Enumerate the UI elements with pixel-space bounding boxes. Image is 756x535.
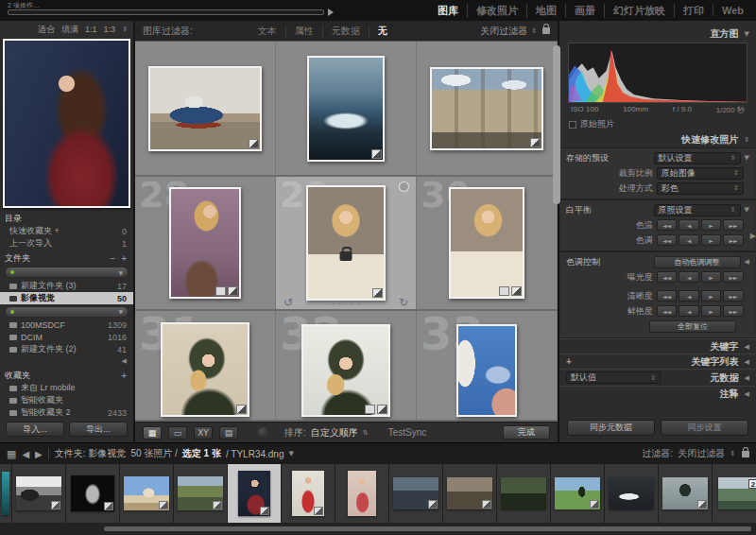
treatment-dropdown[interactable]: 彩色 ⇕	[657, 182, 744, 195]
module-web[interactable]: Web	[713, 5, 752, 16]
filmstrip-thumb-rocks-water[interactable]	[609, 477, 654, 509]
filmstrip-cell[interactable]	[443, 464, 497, 523]
module-library[interactable]: 图库	[429, 4, 467, 18]
filmstrip-cell[interactable]	[0, 464, 12, 523]
done-button[interactable]: 完成	[503, 425, 550, 440]
play-icon[interactable]	[328, 9, 334, 16]
add-folder-icon[interactable]: +	[121, 253, 127, 264]
filmstrip-thumb-mountain[interactable]: 2	[718, 477, 756, 509]
module-print[interactable]: 打印	[674, 4, 713, 18]
zoom-1-1[interactable]: 1:1	[85, 25, 97, 34]
go-forward-icon[interactable]: ▶	[35, 449, 43, 459]
photo-thumbnail-portrait-selected[interactable]	[306, 185, 386, 301]
crop-badge-icon[interactable]	[365, 405, 375, 414]
filmstrip-cell-selected[interactable]	[228, 464, 282, 523]
filmstrip-thumb-hill-tree[interactable]	[555, 477, 600, 509]
photo-thumbnail-building[interactable]	[430, 67, 543, 150]
grid-cell[interactable]: 28	[135, 177, 276, 311]
filmstrip-thumb-woman-pink[interactable]	[348, 471, 376, 516]
photo-thumbnail-hooded[interactable]	[301, 324, 390, 417]
folder-row[interactable]: DCIM 1016	[0, 332, 133, 344]
develop-badge-icon[interactable]	[372, 288, 383, 298]
clarity-decrease-large-button[interactable]: ◄◄	[657, 290, 678, 302]
comments-header[interactable]: 注释 ◀	[559, 386, 756, 401]
filmstrip-thumb-dark-trees[interactable]	[501, 477, 546, 509]
chevron-updown-icon[interactable]: ⇕	[730, 450, 735, 457]
grid-cell[interactable]	[276, 42, 417, 177]
exposure-increase-button[interactable]: ►	[701, 271, 722, 283]
collapse-minus-icon[interactable]: −	[110, 253, 115, 264]
crop-ratio-dropdown[interactable]: 原始图像 ⇕	[657, 167, 744, 180]
histogram[interactable]	[568, 43, 747, 103]
filter-preset-dropdown[interactable]: 关闭过滤器	[480, 25, 527, 38]
filmstrip-cell[interactable]	[497, 464, 551, 523]
filmstrip-scrollbar[interactable]	[104, 526, 751, 531]
photo-thumbnail-hooded[interactable]	[161, 322, 249, 417]
main-window-grid-icon[interactable]: ▦	[7, 448, 16, 460]
breadcrumb-source[interactable]: 文件夹: 影像视觉	[55, 447, 127, 460]
filmstrip-cell[interactable]: 2	[713, 464, 756, 523]
crop-badge-icon[interactable]	[499, 286, 509, 296]
grid-scrollbar[interactable]	[553, 45, 560, 204]
metadata-header[interactable]: 默认值 ⇕ 元数据 ◀	[559, 369, 756, 386]
filmstrip-cell[interactable]	[605, 464, 659, 523]
chevron-updown-icon[interactable]: ⇕	[531, 27, 537, 35]
filmstrip-thumb-partial[interactable]	[2, 472, 9, 515]
add-keyword-icon[interactable]: +	[566, 356, 572, 367]
histogram-header[interactable]: 直方图 ▼	[559, 26, 756, 42]
catalog-header[interactable]: 目录	[0, 213, 133, 226]
develop-badge-icon[interactable]	[228, 286, 238, 296]
export-button[interactable]: 导出...	[69, 422, 128, 437]
grid-cell-selected[interactable]: 29 ↺ ↻ · · · · ·	[276, 177, 417, 311]
photo-thumbnail-seascape[interactable]	[307, 56, 385, 162]
chevron-updown-icon[interactable]: ⇕	[122, 26, 128, 33]
add-collection-icon[interactable]: +	[121, 371, 127, 381]
temp-decrease-button[interactable]: ◄	[679, 219, 699, 231]
develop-badge-icon[interactable]	[511, 286, 522, 296]
white-balance-dropdown[interactable]: 原照设置 ⇕	[654, 204, 741, 216]
saved-preset-dropdown[interactable]: 默认设置 ⇕	[654, 152, 741, 164]
filmstrip-thumb-rocky-coast[interactable]	[393, 477, 438, 509]
filmstrip-cell[interactable]	[12, 464, 66, 523]
filter-lock-icon[interactable]	[542, 27, 550, 34]
filmstrip-thumb-tree-silhouette[interactable]	[662, 477, 708, 509]
chevron-down-icon[interactable]: ▼	[289, 450, 294, 457]
filter-tab-text[interactable]: 文本	[249, 25, 285, 38]
grid-cell[interactable]	[135, 42, 276, 177]
chevron-down-icon[interactable]: ▼	[118, 269, 123, 276]
zoom-1-3[interactable]: 1:3	[104, 25, 116, 34]
chevron-down-icon[interactable]: ▼	[745, 154, 749, 162]
filmstrip-cell[interactable]	[335, 464, 389, 523]
module-develop[interactable]: 修改照片	[467, 4, 526, 18]
module-slideshow[interactable]: 幻灯片放映	[604, 4, 674, 18]
photo-thumbnail-portrait[interactable]	[169, 187, 241, 299]
chevron-down-icon[interactable]: ▼	[745, 206, 749, 214]
grid-cell[interactable]: 30	[417, 177, 558, 311]
module-book[interactable]: 画册	[565, 4, 604, 18]
filmstrip-cell[interactable]	[551, 464, 605, 523]
develop-badge-icon[interactable]	[530, 138, 541, 147]
filter-tab-none[interactable]: 无	[369, 25, 396, 38]
grid-cell[interactable]: 33	[417, 311, 558, 422]
collection-row[interactable]: 来自 Lr mobile	[0, 382, 133, 394]
vibrance-increase-large-button[interactable]: ►►	[723, 305, 744, 317]
keywording-header[interactable]: 关键字 ◀	[559, 338, 756, 354]
filmstrip-filter-lock-icon[interactable]	[742, 451, 749, 457]
clarity-increase-large-button[interactable]: ►►	[723, 290, 744, 302]
chevron-left-icon[interactable]: ◀	[745, 258, 749, 266]
collections-header[interactable]: 收藏夹 +	[0, 369, 133, 382]
sync-settings-button[interactable]: 同步设置	[661, 420, 748, 436]
filmstrip-cell[interactable]	[389, 464, 443, 523]
auto-tone-button[interactable]: 自动色调调整	[654, 256, 741, 268]
filmstrip-cell[interactable]	[66, 464, 120, 523]
painter-tool-icon[interactable]	[258, 427, 268, 438]
filmstrip-cell[interactable]	[120, 464, 174, 523]
filmstrip-thumb-stones[interactable]	[447, 477, 492, 509]
tint-decrease-button[interactable]: ◄	[679, 234, 699, 246]
quick-develop-header[interactable]: 快速修改照片 ⇕	[559, 132, 756, 147]
develop-badge-icon[interactable]	[377, 405, 387, 414]
tint-decrease-large-button[interactable]: ◄◄	[657, 234, 678, 246]
rotation-handle-icon[interactable]	[399, 181, 409, 192]
catalog-item-quick-collection[interactable]: 快速收藏夹 + 0	[0, 225, 133, 237]
filmstrip-thumb-village[interactable]	[178, 476, 223, 510]
